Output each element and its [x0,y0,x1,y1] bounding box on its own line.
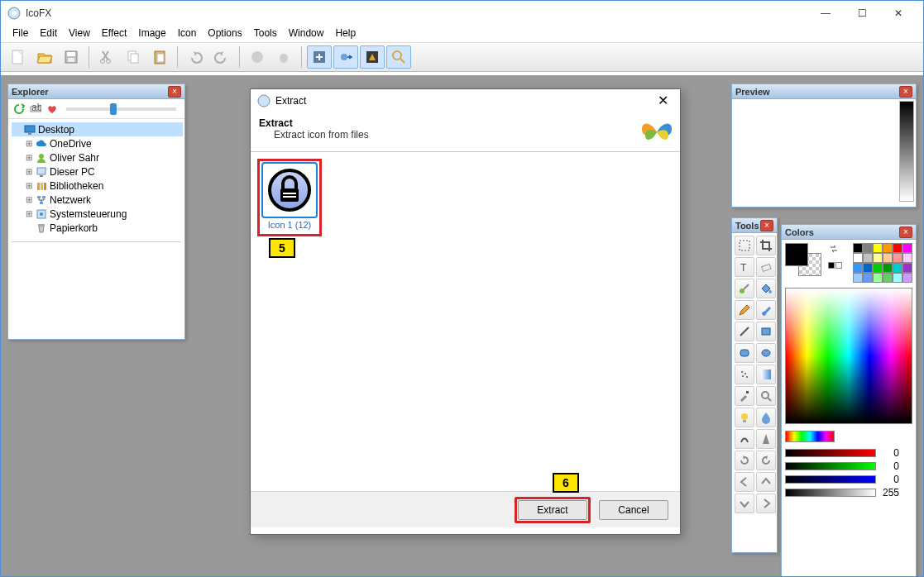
line-icon[interactable] [735,322,754,341]
zoom-slider[interactable] [66,107,176,111]
expander-icon[interactable]: ⊞ [25,209,33,218]
palette-swatch[interactable] [873,273,883,283]
expander-icon[interactable]: ⊞ [25,181,33,190]
zoom-icon[interactable] [756,386,776,406]
g-slider[interactable] [785,462,876,470]
sharpen-icon[interactable] [756,429,776,449]
save-icon[interactable] [59,45,84,69]
tree-item[interactable]: Papierkorb [12,221,183,235]
icon-tile-1[interactable]: Icon 1 (12) [257,159,322,236]
palette-swatch[interactable] [873,243,883,253]
copy-icon[interactable] [121,45,146,69]
menu-window[interactable]: Window [284,26,329,42]
brush-icon[interactable] [756,300,776,320]
close-button[interactable]: ✕ [880,1,917,26]
eraser-icon[interactable] [756,257,776,277]
palette-swatch[interactable] [873,253,883,263]
colors-close-icon[interactable]: × [899,227,912,238]
undo-icon[interactable] [183,45,208,69]
rename-icon[interactable]: abc [28,102,43,117]
menu-icon[interactable]: Icon [173,26,202,42]
palette-swatch[interactable] [902,253,912,263]
move-right-icon[interactable] [756,494,776,513]
move-down-icon[interactable] [735,494,754,513]
expander-icon[interactable]: ⊞ [25,167,33,176]
explorer-close-icon[interactable]: × [168,86,181,98]
r-slider[interactable] [785,449,876,457]
menu-options[interactable]: Options [203,26,247,42]
expander-icon[interactable]: ⊞ [25,139,33,148]
cancel-button[interactable]: Cancel [599,500,668,520]
bucket-icon[interactable] [756,279,776,298]
paste-icon[interactable] [147,45,172,69]
palette-swatch[interactable] [883,253,893,263]
menu-effect[interactable]: Effect [97,26,132,42]
palette-swatch[interactable] [902,263,912,273]
tools-close-icon[interactable]: × [760,220,773,231]
marquee-icon[interactable] [735,236,754,255]
minimize-button[interactable]: ― [807,1,844,26]
roundrect-icon[interactable] [735,343,754,363]
cut-icon[interactable] [94,45,119,69]
menu-file[interactable]: File [7,26,33,42]
expander-icon[interactable]: ⊞ [25,153,33,162]
rect-icon[interactable] [756,322,776,341]
palette-swatch[interactable] [883,243,893,253]
palette-swatch[interactable] [863,263,873,273]
palette-swatch[interactable] [902,243,912,253]
new-icon[interactable] [6,45,31,69]
palette-swatch[interactable] [853,253,863,263]
tree-item[interactable]: Desktop [12,122,183,136]
brush-replace-icon[interactable] [735,279,754,298]
open-icon[interactable] [32,45,57,69]
tree-item[interactable]: ⊞Systemsteuerung [12,207,183,221]
palette-swatch[interactable] [853,273,863,283]
preview-close-icon[interactable]: × [899,86,912,98]
eyedropper-icon[interactable] [735,386,754,406]
search-icon[interactable] [386,45,411,69]
redo-icon[interactable] [209,45,234,69]
text-icon[interactable]: T [735,257,754,277]
menu-tools[interactable]: Tools [249,26,282,42]
menu-help[interactable]: Help [330,26,361,42]
gradient-icon[interactable] [756,365,776,384]
color-palette[interactable] [853,243,912,283]
palette-swatch[interactable] [893,253,902,263]
palette-swatch[interactable] [883,273,893,283]
spray-icon[interactable] [735,365,754,384]
rotate-ccw-icon[interactable] [756,451,776,470]
palette-swatch[interactable] [863,273,873,283]
tree-item[interactable]: ⊞Oliver Sahr [12,150,183,165]
move-left-icon[interactable] [735,472,754,492]
extract-button[interactable]: Extract [518,500,587,520]
convert-icon[interactable] [307,45,332,69]
batch-icon[interactable] [333,45,358,69]
extract-icon[interactable] [360,45,385,69]
color-spectrum[interactable] [785,288,912,424]
pencil-icon[interactable] [735,300,754,320]
tree-item[interactable]: ⊞Dieser PC [12,165,183,179]
palette-swatch[interactable] [863,243,873,253]
move-up-icon[interactable] [756,472,776,492]
tree-item[interactable]: ⊞OneDrive [12,136,183,150]
b-slider[interactable] [785,475,876,484]
crop-icon[interactable] [756,236,776,255]
foreground-swatch[interactable] [785,243,808,266]
palette-swatch[interactable] [863,253,873,263]
windows-icon[interactable] [245,45,270,69]
menu-edit[interactable]: Edit [35,26,62,42]
palette-swatch[interactable] [853,263,863,273]
menu-image[interactable]: Image [133,26,170,42]
fg-bg-swatch[interactable] [785,243,823,278]
tree-item[interactable]: ⊞Bibliotheken [12,179,183,193]
palette-swatch[interactable] [873,263,883,273]
blur-icon[interactable] [756,408,776,427]
grayscale-strip[interactable] [899,101,914,202]
favorite-icon[interactable] [45,102,60,117]
swap-icon[interactable] [828,243,842,257]
tree-item[interactable]: ⊞Netzwerk [12,193,183,207]
palette-swatch[interactable] [893,273,902,283]
refresh-icon[interactable] [12,102,26,117]
ellipse-icon[interactable] [756,343,776,363]
palette-swatch[interactable] [853,243,863,253]
